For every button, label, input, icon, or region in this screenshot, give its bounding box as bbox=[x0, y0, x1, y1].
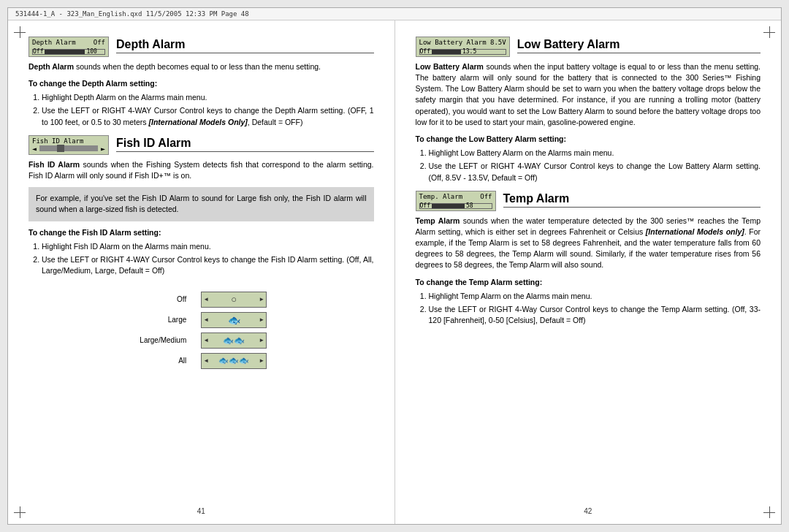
low-battery-intro: Low Battery Alarm sounds when the input … bbox=[416, 61, 761, 128]
fish-id-intro: Fish ID Alarm sounds when the Fishing Sy… bbox=[28, 159, 374, 181]
page-number-right: 42 bbox=[584, 507, 592, 515]
fish-id-lcd-label: Fish ID Alarm bbox=[32, 137, 83, 145]
fish-display-off: ○ bbox=[201, 292, 267, 308]
fish-id-lcd-row1: Fish ID Alarm bbox=[32, 137, 105, 145]
depth-alarm-body: Depth Alarm sounds when the depth become… bbox=[28, 61, 374, 128]
temp-alarm-bar-fill bbox=[432, 204, 465, 208]
low-battery-alarm-body: Low Battery Alarm sounds when the input … bbox=[416, 61, 761, 183]
depth-step-2: Use the LEFT or RIGHT 4-WAY Cursor Contr… bbox=[42, 105, 374, 127]
fish-icons-wrapper: Off ○ Large 🐟 Large/Medium bbox=[28, 284, 374, 376]
depth-alarm-intro: Depth Alarm sounds when the depth become… bbox=[28, 61, 374, 72]
temp-alarm-lcd-label: Temp. Alarm bbox=[419, 193, 463, 202]
low-battery-steps: Highlight Low Battery Alarm on the Alarm… bbox=[416, 148, 761, 183]
depth-alarm-title: Depth Alarm bbox=[116, 38, 374, 53]
page-number-left: 41 bbox=[197, 507, 205, 515]
fish-id-slider bbox=[39, 145, 98, 151]
fish-icon-row-large: Large 🐟 bbox=[135, 312, 267, 328]
fish-icon-row-all: All 🐟🐟🐟 bbox=[135, 353, 267, 369]
page-right: Low Battery Alarm 8.5V Off 13.5 Low Batt… bbox=[395, 20, 782, 524]
fish-id-left-arrow: ◄ bbox=[32, 145, 37, 153]
low-battery-alarm-title: Low Battery Alarm bbox=[517, 38, 761, 53]
fish-icon-large-medium: 🐟🐟 bbox=[223, 335, 245, 346]
depth-alarm-lcd-value: Off bbox=[94, 39, 105, 48]
fish-id-lcd: Fish ID Alarm ◄ ► bbox=[28, 135, 109, 155]
fish-id-step-1: Highlight Fish ID Alarm on the Alarms ma… bbox=[42, 241, 374, 252]
temp-step-2: Use the LEFT or RIGHT 4-Way Cursor Contr… bbox=[429, 304, 761, 326]
temp-alarm-body: Temp Alarm sounds when the water tempera… bbox=[416, 216, 761, 327]
header-bar: 531444-1_A - 323_Man_English.qxd 11/5/20… bbox=[8, 8, 781, 20]
temp-alarm-steps: Highlight Temp Alarm on the Alarms main … bbox=[416, 291, 761, 327]
corner-cross-br bbox=[763, 506, 775, 518]
fish-id-alarm-title: Fish ID Alarm bbox=[116, 137, 374, 152]
depth-alarm-bar-track: Off 100 bbox=[32, 49, 105, 55]
temp-step-1: Highlight Temp Alarm on the Alarms main … bbox=[429, 291, 761, 302]
header-text: 531444-1_A - 323_Man_English.qxd 11/5/20… bbox=[15, 10, 249, 18]
fish-id-step-2: Use the LEFT or RIGHT 4-WAY Cursor Contr… bbox=[42, 254, 374, 276]
low-battery-alarm-header: Low Battery Alarm 8.5V Off 13.5 Low Batt… bbox=[416, 37, 761, 57]
fish-label-large: Large bbox=[135, 316, 186, 324]
fish-label-all: All bbox=[135, 357, 186, 365]
temp-alarm-bar-off-label: Off bbox=[420, 202, 430, 209]
fish-id-change-heading: To change the Fish ID Alarm setting: bbox=[28, 227, 374, 238]
depth-alarm-intro-rest: sounds when the depth becomes equal to o… bbox=[76, 62, 321, 71]
temp-alarm-title: Temp Alarm bbox=[503, 192, 761, 208]
pages-container: Depth Alarm Off Off 100 Depth Alarm Dept… bbox=[8, 20, 781, 524]
low-battery-step-2: Use the LEFT or RIGHT 4-WAY Cursor Contr… bbox=[429, 161, 761, 183]
fish-icon-row-off: Off ○ bbox=[135, 292, 267, 308]
depth-alarm-bold: Depth Alarm bbox=[28, 62, 74, 71]
temp-alarm-lcd-row1: Temp. Alarm Off bbox=[419, 193, 492, 202]
depth-bar-off-label: Off bbox=[33, 48, 43, 55]
depth-step-1: Highlight Depth Alarm on the Alarms main… bbox=[42, 92, 374, 103]
low-battery-bold: Low Battery Alarm bbox=[416, 62, 484, 71]
fish-display-large: 🐟 bbox=[201, 312, 267, 328]
temp-alarm-lcd-value: Off bbox=[480, 193, 492, 202]
corner-cross-tl bbox=[14, 26, 26, 38]
temp-alarm-bar-max: 58 bbox=[466, 202, 473, 209]
page-left: Depth Alarm Off Off 100 Depth Alarm Dept… bbox=[8, 20, 395, 524]
temp-alarm-lcd: Temp. Alarm Off Off 58 bbox=[416, 191, 496, 211]
fish-id-note: For example, if you've set the Fish ID A… bbox=[28, 187, 374, 221]
fish-icons-section: Off ○ Large 🐟 Large/Medium bbox=[128, 292, 274, 369]
low-battery-intro-rest: sounds when the input battery voltage is… bbox=[416, 62, 761, 126]
low-battery-bar-off-label: Off bbox=[420, 48, 430, 55]
fish-id-steps: Highlight Fish ID Alarm on the Alarms ma… bbox=[28, 241, 374, 277]
fish-id-bold: Fish ID Alarm bbox=[28, 160, 80, 169]
fish-id-lcd-row2: ◄ ► bbox=[32, 145, 105, 153]
low-battery-step-1: Highlight Low Battery Alarm on the Alarm… bbox=[429, 148, 761, 159]
document-container: 531444-1_A - 323_Man_English.qxd 11/5/20… bbox=[7, 7, 782, 525]
low-battery-bar-max: 13.5 bbox=[462, 48, 476, 55]
fish-icon-all: 🐟🐟🐟 bbox=[218, 356, 249, 365]
temp-alarm-header: Temp. Alarm Off Off 58 Temp Alarm bbox=[416, 191, 761, 211]
temp-alarm-intro: Temp Alarm sounds when the water tempera… bbox=[416, 216, 761, 271]
low-battery-lcd-row1: Low Battery Alarm 8.5V bbox=[419, 39, 506, 48]
fish-id-slider-knob bbox=[57, 145, 64, 152]
corner-cross-tr bbox=[763, 26, 775, 38]
depth-change-heading: To change the Depth Alarm setting: bbox=[28, 78, 374, 89]
fish-id-alarm-body: Fish ID Alarm sounds when the Fishing Sy… bbox=[28, 159, 374, 277]
low-battery-bar-track: Off 13.5 bbox=[419, 49, 506, 55]
depth-alarm-header: Depth Alarm Off Off 100 Depth Alarm bbox=[28, 37, 374, 57]
temp-alarm-bold: Temp Alarm bbox=[416, 216, 460, 225]
corner-cross-bl bbox=[14, 506, 26, 518]
low-battery-bar-fill bbox=[432, 50, 461, 54]
fish-id-alarm-header: Fish ID Alarm ◄ ► Fish ID Alarm bbox=[28, 135, 374, 155]
depth-alarm-steps: Highlight Depth Alarm on the Alarms main… bbox=[28, 92, 374, 128]
depth-alarm-lcd-label: Depth Alarm bbox=[32, 39, 76, 48]
low-battery-lcd-label: Low Battery Alarm 8.5V bbox=[419, 39, 506, 48]
fish-display-large-medium: 🐟🐟 bbox=[201, 332, 267, 349]
fish-icon-row-large-medium: Large/Medium 🐟🐟 bbox=[135, 332, 267, 349]
fish-display-all: 🐟🐟🐟 bbox=[201, 353, 267, 369]
fish-id-right-arrow: ► bbox=[101, 145, 105, 153]
temp-change-heading: To change the Temp Alarm setting: bbox=[416, 277, 761, 288]
fish-label-off: Off bbox=[135, 295, 186, 303]
fish-id-intro-rest: sounds when the Fishing System detects f… bbox=[28, 160, 374, 180]
fish-label-large-medium: Large/Medium bbox=[135, 336, 186, 344]
fish-icon-off: ○ bbox=[231, 294, 237, 305]
temp-alarm-bar-track: Off 58 bbox=[419, 203, 492, 209]
low-battery-change-heading: To change the Low Battery Alarm setting: bbox=[416, 134, 761, 145]
temp-alarm-intro-rest: sounds when the water temperature detect… bbox=[416, 216, 761, 270]
depth-bar-max-label: 100 bbox=[86, 48, 96, 55]
depth-bar-fill bbox=[45, 50, 85, 54]
fish-icon-large: 🐟 bbox=[228, 314, 240, 326]
depth-alarm-lcd: Depth Alarm Off Off 100 bbox=[28, 37, 109, 57]
